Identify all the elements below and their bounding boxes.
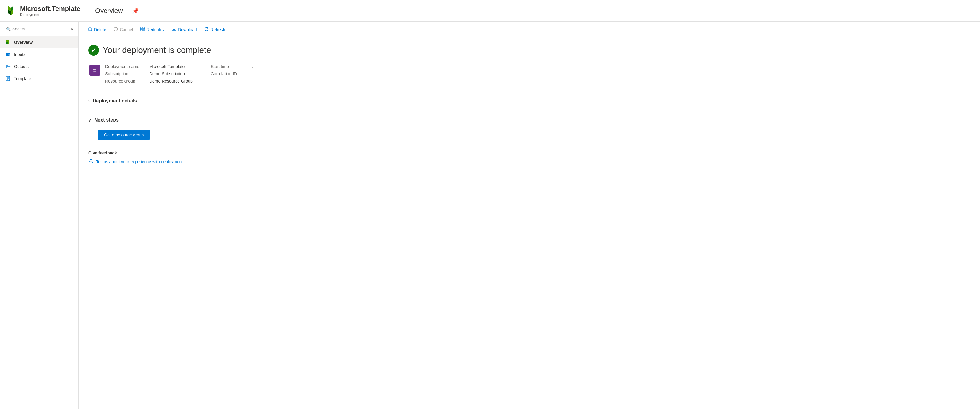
correlation-id-colon: : (252, 71, 253, 76)
search-wrapper: 🔍 (4, 25, 68, 33)
feedback-title: Give feedback (88, 150, 970, 155)
feedback-section: Give feedback Tell us about your experie… (88, 150, 970, 165)
feedback-person-icon (88, 158, 94, 165)
svg-rect-26 (143, 27, 145, 29)
content-body: ✓ Your deployment is complete (78, 37, 980, 172)
overview-icon (5, 39, 11, 45)
svg-rect-32 (93, 69, 95, 70)
subscription-value: Demo Subscription (149, 71, 185, 76)
feedback-link[interactable]: Tell us about your experience with deplo… (88, 158, 970, 165)
resource-group-colon: : (146, 78, 148, 83)
sidebar-item-template-label: Template (14, 76, 31, 81)
redeploy-button[interactable]: Redeploy (137, 25, 167, 34)
next-steps-section: ∨ Next steps Go to resource group (88, 112, 970, 143)
sidebar-nav: Overview Inputs (0, 36, 78, 85)
start-time-label: Start time (211, 64, 250, 69)
template-icon (5, 75, 11, 81)
start-time-colon: : (252, 64, 253, 69)
sidebar-item-overview-label: Overview (14, 40, 33, 45)
main-content: Delete Cancel (78, 22, 980, 409)
inputs-icon (5, 51, 11, 58)
sidebar-item-template[interactable]: Template (0, 73, 78, 85)
deployment-resource-icon (89, 65, 100, 75)
deployment-name-label: Deployment name (105, 64, 145, 69)
delete-label: Delete (94, 27, 106, 32)
svg-rect-8 (6, 54, 9, 55)
svg-rect-34 (93, 71, 96, 72)
more-button[interactable]: ··· (143, 6, 151, 15)
download-label: Download (178, 27, 197, 32)
ellipsis-icon: ··· (145, 8, 149, 14)
sidebar-item-outputs[interactable]: Outputs (0, 61, 78, 73)
sidebar-item-inputs-label: Inputs (14, 52, 25, 57)
sidebar: 🔍 « Overview (0, 22, 78, 409)
deployment-name-value: Microsoft.Template (149, 64, 185, 69)
search-input[interactable] (4, 25, 67, 33)
section-divider-1 (88, 93, 970, 93)
refresh-label: Refresh (210, 27, 225, 32)
svg-rect-10 (9, 53, 10, 56)
delete-button[interactable]: Delete (84, 25, 109, 34)
deployment-details-title: Deployment details (93, 98, 137, 104)
svg-rect-28 (143, 29, 145, 31)
search-icon: 🔍 (6, 27, 11, 31)
pin-icon: 📌 (132, 8, 138, 14)
refresh-button[interactable]: Refresh (201, 25, 228, 34)
collapse-icon: « (71, 26, 73, 32)
svg-rect-19 (89, 29, 89, 30)
redeploy-label: Redeploy (146, 27, 164, 32)
start-time-row: Start time : (211, 64, 255, 69)
header-title-group: Microsoft.Template Deployment (20, 5, 80, 17)
status-check-icon: ✓ (88, 45, 99, 56)
search-area: 🔍 « (0, 22, 78, 36)
deployment-info-left: Deployment name : Microsoft.Template Sub… (89, 64, 193, 83)
subscription-label: Subscription (105, 71, 145, 76)
cancel-button[interactable]: Cancel (110, 25, 136, 34)
app-name: Microsoft.Template (20, 5, 80, 13)
svg-rect-21 (91, 29, 92, 30)
delete-icon (88, 27, 92, 32)
sidebar-item-outputs-label: Outputs (14, 64, 29, 69)
deployment-complete-title: Your deployment is complete (103, 45, 211, 55)
svg-rect-27 (140, 29, 142, 31)
collapse-sidebar-button[interactable]: « (70, 25, 75, 33)
main-layout: 🔍 « Overview (0, 22, 980, 409)
cancel-label: Cancel (119, 27, 133, 32)
app-logo-group: Microsoft.Template Deployment (5, 5, 80, 17)
svg-rect-33 (95, 69, 96, 70)
sidebar-item-inputs[interactable]: Inputs (0, 48, 78, 61)
deployment-info-details: Deployment name : Microsoft.Template Sub… (105, 64, 193, 83)
svg-rect-9 (6, 55, 10, 56)
chevron-down-icon: ∨ (88, 118, 91, 122)
cancel-icon (113, 27, 118, 32)
header-actions: 📌 ··· (130, 6, 151, 15)
correlation-id-label: Correlation ID (211, 71, 250, 76)
goto-resource-group-button[interactable]: Go to resource group (98, 130, 150, 140)
app-logo-icon (5, 5, 17, 17)
resource-group-row: Resource group : Demo Resource Group (105, 78, 193, 83)
pin-button[interactable]: 📌 (130, 6, 140, 15)
subscription-colon: : (146, 71, 148, 76)
outputs-icon (5, 64, 11, 70)
chevron-right-icon: › (88, 99, 90, 103)
download-button[interactable]: Download (169, 25, 200, 34)
app-header: Microsoft.Template Deployment Overview 📌… (0, 0, 980, 22)
deployment-info: Deployment name : Microsoft.Template Sub… (89, 64, 970, 83)
next-steps-title: Next steps (94, 117, 119, 123)
svg-rect-20 (90, 29, 90, 30)
resource-group-label: Resource group (105, 78, 145, 83)
deployment-name-colon: : (146, 64, 148, 69)
toolbar: Delete Cancel (78, 22, 980, 37)
subscription-row: Subscription : Demo Subscription (105, 71, 193, 76)
deployment-info-right: Start time : Correlation ID : (211, 64, 255, 83)
sidebar-item-overview[interactable]: Overview (0, 36, 78, 48)
svg-point-35 (90, 159, 92, 161)
deployment-status: ✓ Your deployment is complete (88, 45, 970, 56)
deployment-details-header[interactable]: › Deployment details (88, 94, 970, 107)
redeploy-icon (140, 27, 145, 32)
refresh-icon (204, 27, 209, 32)
correlation-id-row: Correlation ID : (211, 71, 255, 76)
deployment-details-section: › Deployment details (88, 93, 970, 107)
next-steps-header[interactable]: ∨ Next steps (88, 113, 970, 126)
deployment-name-row: Deployment name : Microsoft.Template (105, 64, 193, 69)
